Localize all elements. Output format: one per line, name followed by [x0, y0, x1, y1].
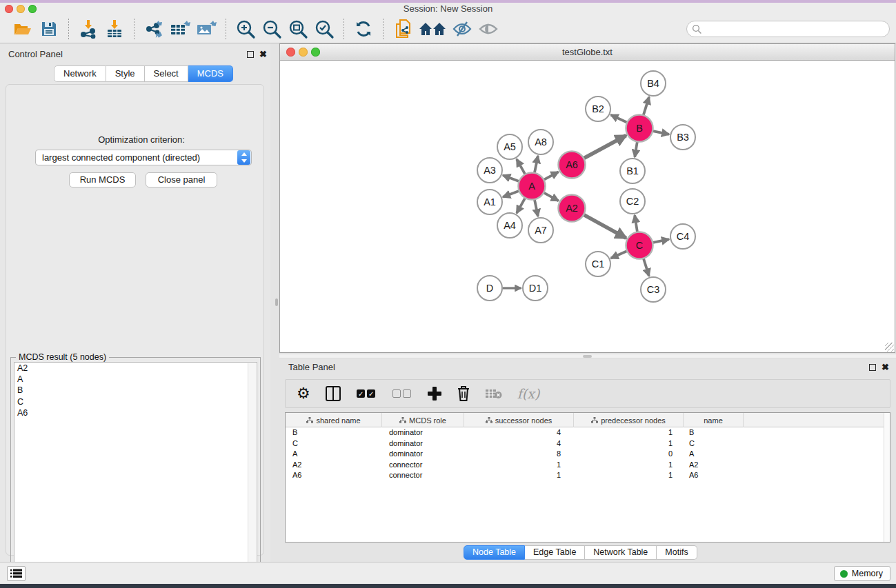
- result-list-item[interactable]: A: [14, 374, 257, 385]
- result-list-item[interactable]: C: [14, 396, 257, 407]
- edge-A-A3[interactable]: [503, 175, 519, 181]
- table-row[interactable]: A2connector11A2: [286, 460, 890, 471]
- graph-node-B3[interactable]: B3: [670, 125, 695, 150]
- task-history-button[interactable]: [7, 566, 26, 581]
- edge-A-A4[interactable]: [517, 198, 525, 213]
- horizontal-scrollbar-thumb[interactable]: [583, 355, 592, 358]
- export-network-icon[interactable]: [142, 17, 166, 41]
- graph-node-D[interactable]: D: [477, 276, 502, 301]
- graph-node-A2[interactable]: A2: [559, 195, 586, 222]
- network-graph-canvas[interactable]: B4B2BB3A8A5A6A3B1AA1C2A2A4A7C4CC1C3DD1: [281, 61, 895, 353]
- network-window-titlebar[interactable]: testGlobe.txt: [280, 44, 895, 61]
- vertical-scrollbar-thumb[interactable]: [275, 298, 278, 306]
- search-input[interactable]: [702, 23, 889, 35]
- import-table-icon[interactable]: [103, 17, 126, 41]
- export-table-icon[interactable]: [168, 17, 192, 41]
- graph-node-C3[interactable]: C3: [641, 277, 666, 302]
- graph-node-B2[interactable]: B2: [586, 97, 610, 121]
- column-header-predecessor-nodes[interactable]: predecessor nodes: [574, 413, 684, 427]
- edge-A6-B[interactable]: [584, 135, 626, 158]
- graph-node-B1[interactable]: B1: [620, 159, 645, 183]
- graph-node-D1[interactable]: D1: [523, 276, 548, 301]
- show-all-eye-icon[interactable]: [477, 17, 500, 41]
- edge-A2-C[interactable]: [584, 215, 626, 239]
- edge-A-A8[interactable]: [535, 156, 538, 172]
- edge-A-A5[interactable]: [517, 159, 525, 174]
- open-session-icon[interactable]: [11, 17, 34, 41]
- function-builder-icon[interactable]: f(x): [517, 383, 540, 404]
- tab-mcds[interactable]: MCDS: [188, 65, 233, 82]
- save-session-icon[interactable]: [37, 17, 61, 41]
- edge-A-A2[interactable]: [544, 193, 559, 201]
- export-image-icon[interactable]: [195, 17, 218, 41]
- first-neighbors-icon[interactable]: [417, 17, 448, 41]
- delete-table-icon[interactable]: [486, 383, 502, 404]
- delete-row-trash-icon[interactable]: [457, 383, 470, 404]
- dropdown-stepper-icon[interactable]: [237, 150, 250, 165]
- graph-node-B4[interactable]: B4: [641, 71, 666, 96]
- table-scrollbar[interactable]: [884, 413, 890, 542]
- edge-C-C3[interactable]: [644, 258, 649, 276]
- table-row[interactable]: Cdominator41C: [286, 438, 890, 449]
- table-row[interactable]: Bdominator41B: [286, 427, 890, 438]
- zoom-fit-icon[interactable]: [286, 17, 310, 41]
- edge-C-C4[interactable]: [653, 239, 669, 243]
- result-list-scrollbar[interactable]: [248, 363, 256, 585]
- edge-B-B2[interactable]: [611, 115, 627, 123]
- result-list-item[interactable]: A2: [14, 363, 257, 374]
- mcds-result-list[interactable]: A2ABCA6: [14, 362, 257, 586]
- graph-node-A6[interactable]: A6: [559, 152, 586, 179]
- horizontal-scrollbar[interactable]: [279, 354, 896, 358]
- tab-network-table[interactable]: Network Table: [585, 545, 657, 560]
- close-panel-button[interactable]: Close panel: [146, 172, 217, 187]
- tab-select[interactable]: Select: [145, 65, 188, 82]
- tab-network[interactable]: Network: [54, 65, 106, 82]
- graph-node-A1[interactable]: A1: [477, 190, 502, 214]
- graph-node-A4[interactable]: A4: [497, 213, 522, 238]
- zoom-out-icon[interactable]: [260, 17, 283, 41]
- search-field[interactable]: [686, 21, 890, 37]
- graph-node-A[interactable]: A: [519, 173, 546, 200]
- graph-node-A3[interactable]: A3: [477, 158, 502, 183]
- column-header-MCDS-role[interactable]: MCDS role: [382, 413, 464, 427]
- tab-style[interactable]: Style: [106, 65, 145, 82]
- graph-node-C[interactable]: C: [626, 232, 653, 259]
- float-table-panel-icon[interactable]: [869, 364, 876, 371]
- edge-B-B4[interactable]: [644, 97, 649, 115]
- table-row[interactable]: A6connector11A6: [286, 470, 890, 481]
- zoom-selected-icon[interactable]: [312, 17, 336, 41]
- edge-B-B3[interactable]: [653, 131, 669, 134]
- zoom-in-icon[interactable]: [234, 17, 257, 41]
- float-panel-icon[interactable]: [247, 51, 254, 58]
- edge-B-B1[interactable]: [635, 142, 637, 157]
- column-header-successor-nodes[interactable]: successor nodes: [464, 413, 574, 427]
- column-header-shared-name[interactable]: shared name: [286, 413, 382, 427]
- memory-button[interactable]: Memory: [834, 566, 890, 581]
- deselect-all-columns-icon[interactable]: [392, 383, 412, 404]
- run-mcds-button[interactable]: Run MCDS: [69, 172, 136, 187]
- edge-C-C2[interactable]: [635, 215, 637, 232]
- close-panel-icon[interactable]: ✖: [259, 50, 267, 58]
- graph-node-B[interactable]: B: [626, 115, 653, 142]
- add-column-icon[interactable]: [428, 383, 441, 404]
- edge-A-A7[interactable]: [535, 200, 538, 216]
- graph-node-C2[interactable]: C2: [620, 189, 645, 214]
- close-table-panel-icon[interactable]: ✖: [882, 363, 889, 371]
- edge-A-A1[interactable]: [503, 191, 519, 197]
- show-columns-icon[interactable]: [326, 383, 341, 404]
- window-resize-grip[interactable]: [885, 343, 894, 352]
- hide-selected-icon[interactable]: [450, 17, 474, 41]
- edge-A-A6[interactable]: [544, 172, 559, 179]
- optimization-criterion-dropdown[interactable]: largest connected component (directed): [35, 150, 252, 165]
- column-header-name[interactable]: name: [684, 413, 744, 427]
- tab-motifs[interactable]: Motifs: [657, 545, 697, 560]
- graph-node-A7[interactable]: A7: [528, 218, 553, 243]
- select-all-columns-icon[interactable]: ✓✓: [356, 383, 377, 404]
- graph-node-C4[interactable]: C4: [670, 224, 695, 249]
- tab-node-table[interactable]: Node Table: [464, 545, 525, 560]
- node-table[interactable]: shared nameMCDS rolesuccessor nodesprede…: [285, 412, 890, 543]
- result-list-item[interactable]: B: [14, 385, 257, 396]
- result-list-item[interactable]: A6: [14, 407, 257, 418]
- edge-C-C1[interactable]: [611, 251, 627, 258]
- graph-node-A8[interactable]: A8: [528, 130, 553, 154]
